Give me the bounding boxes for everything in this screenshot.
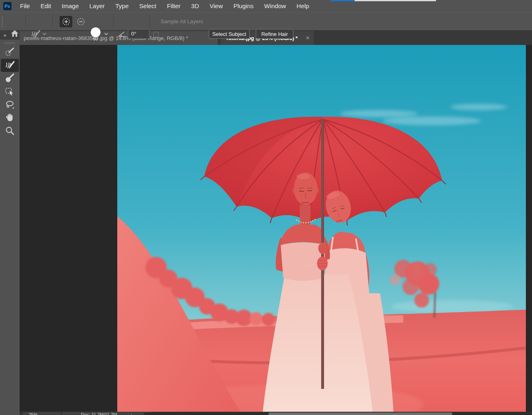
- menu-bar: Ps File Edit Image Layer Type Select Fil…: [0, 0, 532, 12]
- quick-selection-tool[interactable]: [1, 46, 19, 59]
- tool-options-bar: 90 0° Sample All Layers Select Subject R…: [0, 12, 532, 30]
- options-separator: [52, 15, 53, 28]
- hand-icon: [4, 112, 15, 123]
- home-button[interactable]: [10, 29, 19, 38]
- chevron-down-icon: [104, 33, 108, 35]
- refine-edge-brush-icon: [4, 60, 15, 71]
- refine-hair-button[interactable]: Refine Hair: [256, 29, 293, 39]
- menu-view[interactable]: View: [204, 0, 228, 12]
- horizontal-scrollbar[interactable]: [144, 413, 531, 415]
- menu-select[interactable]: Select: [134, 0, 162, 12]
- document-size-info[interactable]: Doc: 11.7M/11.7M: [62, 412, 151, 415]
- magnifier-icon: [4, 125, 15, 136]
- brush-size-value: 90: [88, 36, 103, 41]
- tab-title: pexels-matheus-natan-3683587.jpg @ 14.8%…: [24, 35, 188, 41]
- subtract-from-selection-button[interactable]: [74, 16, 87, 27]
- home-icon: [11, 30, 19, 37]
- options-separator: [149, 15, 150, 28]
- menu-help[interactable]: Help: [291, 0, 315, 12]
- menu-image[interactable]: Image: [56, 0, 84, 12]
- status-flyout-arrow[interactable]: ›: [131, 412, 132, 415]
- angle-icon: [118, 31, 127, 37]
- zoom-tool[interactable]: [1, 124, 19, 137]
- brush-tool[interactable]: [1, 72, 19, 85]
- tools-panel-grip: [4, 42, 15, 44]
- tool-preset-picker[interactable]: [29, 28, 42, 40]
- sample-all-layers-label: Sample All Layers: [161, 13, 203, 31]
- menu-edit[interactable]: Edit: [35, 0, 56, 12]
- add-to-selection-icon: [61, 17, 71, 27]
- lasso-icon: [4, 99, 15, 110]
- menu-window[interactable]: Window: [259, 0, 291, 12]
- brush-icon: [4, 73, 15, 84]
- brush-size-dropdown[interactable]: [104, 32, 109, 36]
- lasso-tool[interactable]: [1, 98, 19, 111]
- hand-tool[interactable]: [1, 111, 19, 124]
- brush-size-preview[interactable]: [91, 27, 101, 37]
- add-to-selection-button[interactable]: [60, 16, 72, 27]
- selection-brush-icon: [30, 29, 41, 39]
- canvas-image[interactable]: [117, 45, 526, 412]
- angle-input[interactable]: 0°: [128, 29, 150, 39]
- menu-3d[interactable]: 3D: [186, 0, 204, 12]
- object-selection-icon: [4, 86, 15, 97]
- menu-filter[interactable]: Filter: [162, 0, 186, 12]
- refine-edge-brush-tool[interactable]: [1, 59, 19, 72]
- tool-preset-dropdown[interactable]: [42, 32, 47, 36]
- options-separator: [113, 15, 114, 28]
- subtract-from-selection-icon: [76, 17, 86, 27]
- menu-plugins[interactable]: Plugins: [228, 0, 259, 12]
- chevron-down-icon: [42, 33, 47, 35]
- tab-close-icon[interactable]: ✕: [302, 35, 310, 41]
- photoshop-logo-icon: Ps: [3, 2, 11, 10]
- zoom-level-field[interactable]: 25%: [23, 412, 60, 415]
- umbrella-pole: [321, 119, 324, 389]
- quick-selection-icon: [4, 47, 15, 58]
- background-window-accent-strip: [331, 0, 355, 1]
- options-separator: [25, 15, 26, 28]
- menu-file[interactable]: File: [15, 0, 35, 12]
- object-selection-tool[interactable]: [1, 85, 19, 98]
- horizontal-scrollbar-thumb[interactable]: [268, 413, 452, 415]
- tools-panel: »: [0, 30, 20, 415]
- options-bar-grip: [2, 16, 3, 27]
- sample-all-layers-checkbox[interactable]: [153, 32, 159, 37]
- select-subject-button[interactable]: Select Subject: [209, 29, 250, 39]
- menu-layer[interactable]: Layer: [84, 0, 110, 12]
- background-window-strip: [355, 0, 436, 1]
- menu-type[interactable]: Type: [110, 0, 134, 12]
